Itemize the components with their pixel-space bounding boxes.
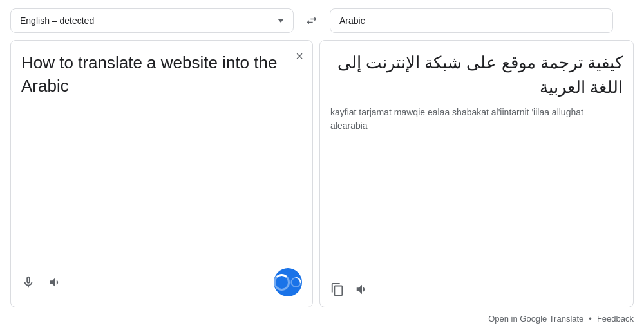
target-language-selector[interactable]: Arabic: [330, 8, 613, 33]
source-text[interactable]: How to translate a website into the Arab…: [21, 51, 302, 255]
language-selector-row: English – detected Arabic: [10, 8, 634, 34]
source-lang-chevron-icon: [278, 19, 284, 23]
footer: Open in Google Translate • Feedback: [0, 307, 644, 330]
source-panel-footer: [21, 263, 302, 296]
open-in-google-translate-link[interactable]: Open in Google Translate: [488, 314, 583, 324]
swap-icon: [305, 14, 318, 27]
volume-icon: [48, 275, 62, 289]
translation-panels: How to translate a website into the Arab…: [10, 40, 634, 307]
listen-translation-button[interactable]: [355, 282, 369, 296]
volume-icon-right: [355, 282, 369, 296]
copy-button[interactable]: [330, 282, 345, 296]
translate-spinner-icon: [290, 276, 302, 289]
copy-icon: [330, 282, 345, 296]
source-panel: How to translate a website into the Arab…: [10, 40, 313, 307]
clear-button[interactable]: ×: [296, 50, 303, 63]
mic-icon: [21, 275, 35, 289]
listen-button[interactable]: [48, 275, 62, 289]
footer-separator: •: [589, 314, 592, 324]
translated-text-romanized: kayfiat tarjamat mawqie ealaa shabakat a…: [330, 106, 623, 133]
swap-languages-button[interactable]: [296, 8, 327, 34]
source-language-selector[interactable]: English – detected: [10, 8, 294, 33]
translate-button-area: [274, 268, 302, 296]
feedback-link[interactable]: Feedback: [597, 314, 634, 324]
target-language-label: Arabic: [339, 15, 365, 26]
source-language-label: English – detected: [20, 15, 94, 26]
target-panel: كيفية ترجمة موقع على شبكة الإنترنت إلى ا…: [319, 40, 634, 307]
translate-button[interactable]: [274, 268, 302, 296]
target-panel-footer: [330, 277, 623, 296]
translated-text-arabic: كيفية ترجمة موقع على شبكة الإنترنت إلى ا…: [330, 51, 623, 99]
microphone-button[interactable]: [21, 275, 35, 289]
source-panel-icons: [21, 275, 62, 289]
